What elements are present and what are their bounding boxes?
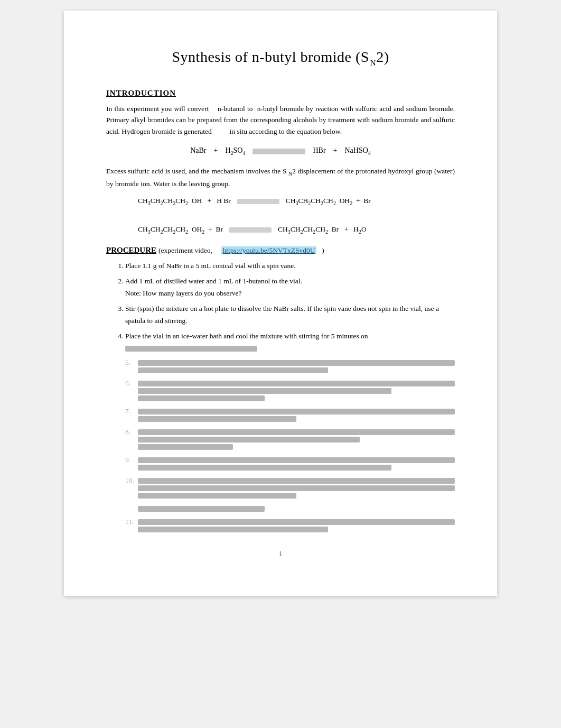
step-num: 8. xyxy=(125,428,138,436)
blurred-step-5: 5. xyxy=(125,358,455,375)
blur-line xyxy=(138,527,328,532)
eq1-right: HBr + NaHSO4 xyxy=(313,146,370,156)
title-text: Synthesis of n-butyl bromide (S xyxy=(172,49,369,65)
page-number: 1 xyxy=(106,550,455,558)
title-end: 2) xyxy=(376,49,389,65)
blurred-content xyxy=(138,504,455,513)
blur-line xyxy=(138,444,233,450)
document-page: Synthesis of n-butyl bromide (SN2) INTRO… xyxy=(64,11,497,596)
step-2: Add 1 mL of distilled water and 1 mL of … xyxy=(125,275,455,300)
blur-line xyxy=(138,465,391,471)
reaction-row-2: CH3CH2CH2CH2 OH2 + Br CH3CH2CH2CH2 Br + … xyxy=(138,225,455,235)
blurred-content xyxy=(138,456,455,472)
step-4-blurred xyxy=(125,346,257,352)
blurred-step-final: 11. xyxy=(125,518,455,534)
blur-line xyxy=(138,388,391,394)
blur-line xyxy=(138,485,455,491)
title-subscript: N xyxy=(370,59,376,67)
procedure-video-label: (experiment video, xyxy=(158,246,219,254)
rxn1-left: CH3CH2CH2CH2 OH + H Br xyxy=(138,197,231,206)
blurred-content xyxy=(138,428,455,451)
blurred-content xyxy=(138,407,455,423)
eq1-nabr: NaBr + H2SO4 xyxy=(190,146,245,156)
step-num: 10. xyxy=(125,476,138,485)
step-num: 5. xyxy=(125,358,138,367)
blur-line xyxy=(138,519,455,525)
step-4: Place the vial in an ice-water bath and … xyxy=(125,330,455,355)
rxn2-left: CH3CH2CH2CH2 OH2 + Br xyxy=(138,225,223,235)
rxn2-arrow xyxy=(229,227,272,233)
blur-line xyxy=(138,409,455,414)
intro-section-header: INTRODUCTION xyxy=(106,89,455,98)
intro-paragraph-1: In this experiment you will convert n-bu… xyxy=(106,103,455,137)
blurred-content xyxy=(138,476,455,500)
blurred-content xyxy=(138,358,455,375)
reaction-row-1: CH3CH2CH2CH2 OH + H Br CH3CH2CH2CH2 OH2 … xyxy=(138,197,455,206)
step-3: Stir (spin) the mixture on a hot plate t… xyxy=(125,303,455,327)
eq1-arrow xyxy=(253,149,305,154)
blurred-content xyxy=(138,518,455,534)
step-num: 9. xyxy=(125,456,138,464)
step-num: 7. xyxy=(125,407,138,416)
blur-line xyxy=(138,381,455,386)
rxn1-right: CH3CH2CH2CH2 OH2 + Br xyxy=(286,197,371,206)
procedure-label: PROCEDURE xyxy=(106,246,156,254)
blur-line xyxy=(138,493,296,499)
blurred-step-standalone xyxy=(125,504,455,513)
intro-paragraph-2: Excess sulfuric acid is used, and the me… xyxy=(106,165,455,189)
equation-1: NaBr + H2SO4 HBr + NaHSO4 xyxy=(106,146,455,156)
reaction-equations: CH3CH2CH2CH2 OH + H Br CH3CH2CH2CH2 OH2 … xyxy=(106,197,455,234)
procedure-header-line: PROCEDURE (experiment video, https://you… xyxy=(106,245,455,255)
blurred-step-7: 7. xyxy=(125,407,455,423)
blur-line xyxy=(138,416,296,422)
rxn2-right: CH3CH2CH2CH2 Br + H2O xyxy=(278,225,367,235)
step-num: 6. xyxy=(125,379,138,388)
blur-line xyxy=(138,478,455,484)
blurred-step-8: 8. xyxy=(125,428,455,451)
blur-line xyxy=(138,429,455,435)
page-title: Synthesis of n-butyl bromide (SN2) xyxy=(106,49,455,68)
blurred-content xyxy=(138,379,455,403)
blurred-step-9: 9. xyxy=(125,456,455,472)
blur-line xyxy=(138,360,455,366)
blur-line xyxy=(138,457,455,463)
procedure-steps-list: Place 1.1 g of NaBr in a 5 mL conical vi… xyxy=(106,260,455,355)
blur-line xyxy=(138,395,265,401)
rxn1-arrow xyxy=(237,199,279,204)
procedure-link[interactable]: https://youtu.be/5NVTxZSvd0U xyxy=(221,246,316,254)
blur-line xyxy=(138,367,328,373)
blurred-steps: 5. 6. 7. xyxy=(125,358,455,534)
blur-line xyxy=(138,506,265,512)
procedure-close-paren: ) xyxy=(319,246,324,254)
step-1: Place 1.1 g of NaBr in a 5 mL conical vi… xyxy=(125,260,455,272)
blur-line xyxy=(138,437,360,443)
blurred-step-6: 6. xyxy=(125,379,455,403)
step-2-note: Note: How many layers do you observe? xyxy=(125,289,241,297)
step-num: 11. xyxy=(125,518,138,526)
procedure-section: PROCEDURE (experiment video, https://you… xyxy=(106,245,455,535)
blurred-step-10: 10. xyxy=(125,476,455,500)
